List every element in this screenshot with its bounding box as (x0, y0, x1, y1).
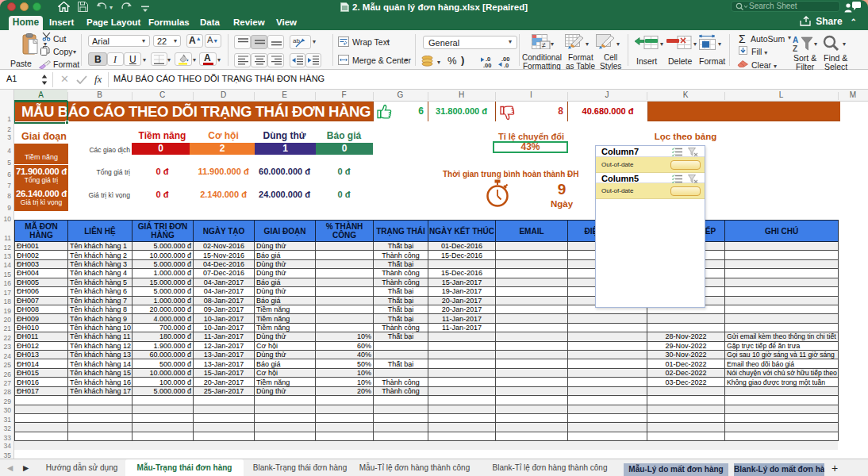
svg-text:Z: Z (793, 44, 797, 52)
svg-text:≠: ≠ (542, 41, 546, 49)
svg-text:.00: .00 (483, 62, 491, 68)
svg-text:.0: .0 (504, 62, 509, 68)
svg-text:A: A (793, 36, 798, 44)
